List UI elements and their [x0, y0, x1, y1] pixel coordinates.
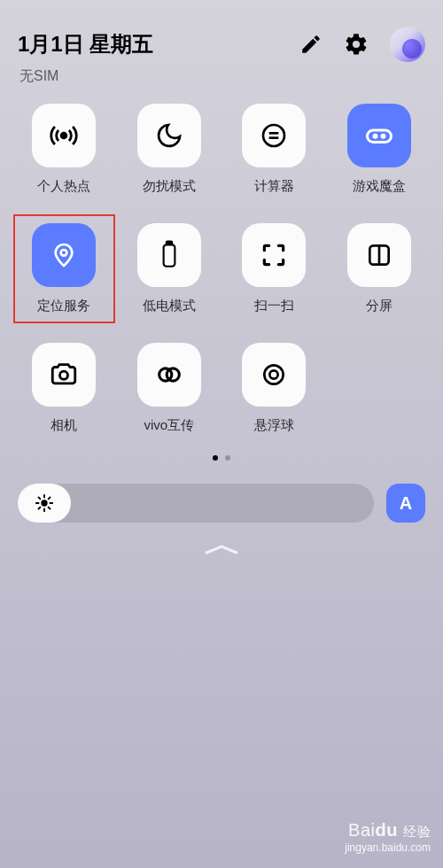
tile-label: 悬浮球	[254, 417, 294, 434]
svg-point-7	[61, 250, 67, 256]
tile-label: 游戏魔盒	[353, 178, 406, 195]
tile-hotspot[interactable]: 个人热点	[18, 104, 111, 195]
hotspot-icon	[49, 120, 79, 151]
tile-label: 低电模式	[143, 298, 196, 314]
tile-scan[interactable]: 扫一扫	[228, 223, 321, 314]
brightness-row: A	[18, 484, 425, 523]
svg-rect-4	[367, 130, 391, 143]
header-actions	[299, 27, 425, 62]
watermark-suffix: 经验	[403, 824, 431, 839]
brightness-slider[interactable]	[18, 484, 374, 523]
tile-floatball[interactable]: 悬浮球	[228, 343, 321, 434]
collapse-handle[interactable]	[0, 542, 443, 556]
tile-label: 相机	[51, 417, 77, 434]
camera-icon	[49, 360, 79, 390]
tile-label: vivo互传	[144, 417, 194, 434]
tile-label: 分屏	[366, 298, 392, 314]
link-icon	[154, 360, 184, 390]
pager-dot-1	[213, 455, 218, 461]
scan-icon	[260, 241, 288, 269]
svg-point-1	[263, 125, 284, 146]
svg-line-25	[49, 497, 51, 499]
target-icon	[260, 360, 288, 389]
split-screen-icon	[365, 241, 393, 269]
edit-icon[interactable]	[299, 33, 323, 56]
svg-line-23	[49, 508, 51, 509]
tile-splitscreen[interactable]: 分屏	[333, 223, 426, 314]
svg-point-0	[61, 133, 66, 138]
profile-avatar[interactable]	[390, 27, 425, 62]
watermark-logo-b: du	[376, 820, 398, 840]
tile-label: 定位服务	[37, 298, 90, 314]
tile-gamebox[interactable]: 游戏魔盒	[333, 104, 426, 195]
watermark-logo-a: Bai	[348, 820, 375, 840]
location-pin-icon	[50, 241, 78, 269]
tile-label: 扫一扫	[254, 298, 294, 314]
pager-dot-2	[225, 455, 230, 461]
settings-icon[interactable]	[344, 32, 369, 57]
svg-point-5	[374, 135, 377, 137]
battery-icon	[158, 240, 181, 270]
moon-icon	[155, 121, 183, 150]
svg-point-6	[382, 135, 385, 137]
tile-label: 计算器	[254, 178, 294, 195]
auto-brightness-button[interactable]: A	[386, 484, 425, 523]
brightness-slider-thumb	[18, 484, 71, 523]
svg-point-16	[270, 370, 278, 378]
tile-location[interactable]: 定位服务	[18, 223, 111, 314]
svg-point-17	[42, 500, 47, 506]
svg-line-22	[38, 497, 40, 499]
tile-camera[interactable]: 相机	[18, 343, 111, 434]
tile-dnd[interactable]: 勿扰模式	[123, 104, 216, 195]
svg-line-24	[38, 508, 40, 509]
svg-point-12	[60, 371, 68, 379]
header-date: 1月1日 星期五	[18, 30, 153, 58]
tile-label: 个人热点	[37, 178, 90, 195]
tile-lowbattery[interactable]: 低电模式	[123, 223, 216, 314]
calculator-icon	[260, 121, 288, 150]
watermark: Baidu 经验 jingyan.baidu.com	[345, 818, 431, 856]
brightness-icon	[35, 493, 54, 513]
gamepad-icon	[363, 120, 395, 151]
svg-rect-9	[167, 242, 172, 244]
tile-vivoshare[interactable]: vivo互传	[123, 343, 216, 434]
watermark-url: jingyan.baidu.com	[345, 841, 431, 856]
sim-status: 无SIM	[0, 62, 443, 86]
page-indicator	[0, 455, 443, 461]
svg-point-15	[265, 365, 284, 384]
quick-settings-grid: 个人热点 勿扰模式 计算器 游戏魔盒 定位服务 低电模式	[0, 104, 443, 434]
svg-rect-8	[163, 244, 175, 266]
tile-calculator[interactable]: 计算器	[228, 104, 321, 195]
tile-label: 勿扰模式	[143, 178, 196, 195]
